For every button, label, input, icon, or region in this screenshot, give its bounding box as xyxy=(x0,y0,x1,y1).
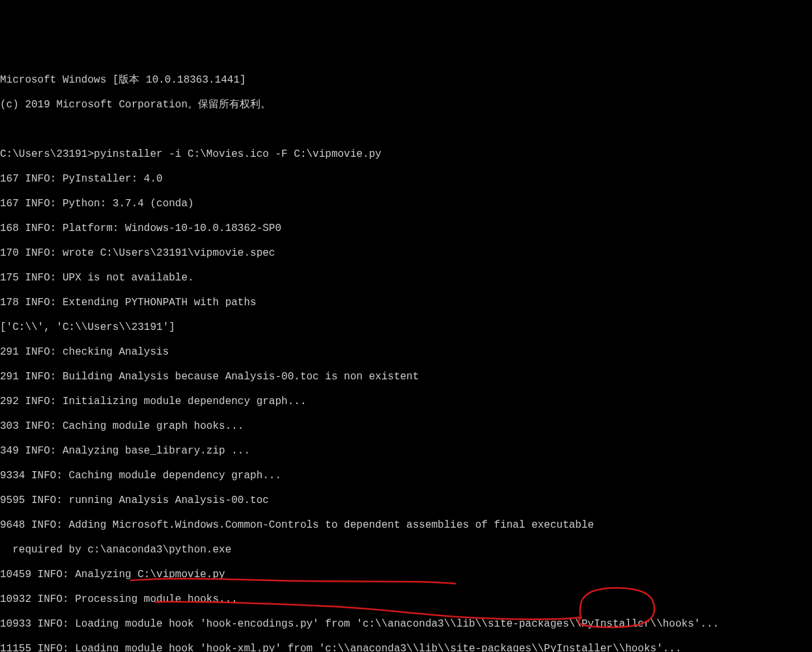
output-line: 167 INFO: Python: 3.7.4 (conda) xyxy=(0,198,812,210)
output-line: 9595 INFO: running Analysis Analysis-00.… xyxy=(0,495,812,507)
output-line: 9648 INFO: Adding Microsoft.Windows.Comm… xyxy=(0,519,812,532)
terminal-output[interactable]: Microsoft Windows [版本 10.0.18363.1441] (… xyxy=(0,62,812,652)
output-line: 175 INFO: UPX is not available. xyxy=(0,272,812,284)
blank-line xyxy=(0,124,812,136)
output-line: 9334 INFO: Caching module dependency gra… xyxy=(0,470,812,482)
output-line: 291 INFO: checking Analysis xyxy=(0,346,812,359)
output-line: 170 INFO: wrote C:\Users\23191\vipmovie.… xyxy=(0,247,812,260)
header-line-1: Microsoft Windows [版本 10.0.18363.1441] xyxy=(0,74,812,87)
output-line: 178 INFO: Extending PYTHONPATH with path… xyxy=(0,297,812,309)
output-line: 303 INFO: Caching module graph hooks... xyxy=(0,420,812,433)
output-line: required by c:\anaconda3\python.exe xyxy=(0,544,812,556)
output-line: 10459 INFO: Analyzing C:\vipmovie.py xyxy=(0,569,812,581)
output-line: 291 INFO: Building Analysis because Anal… xyxy=(0,371,812,383)
prompt-line: C:\Users\23191>pyinstaller -i C:\Movies.… xyxy=(0,148,812,161)
output-line: 10933 INFO: Loading module hook 'hook-en… xyxy=(0,618,812,631)
output-line: 11155 INFO: Loading module hook 'hook-xm… xyxy=(0,643,812,652)
output-line: ['C:\\', 'C:\\Users\\23191'] xyxy=(0,321,812,334)
output-line: 292 INFO: Initializing module dependency… xyxy=(0,396,812,408)
prompt-command: pyinstaller -i C:\Movies.ico -F C:\vipmo… xyxy=(94,148,382,160)
output-line: 10932 INFO: Processing module hooks... xyxy=(0,593,812,606)
output-line: 167 INFO: PyInstaller: 4.0 xyxy=(0,173,812,185)
prompt-path: C:\Users\23191> xyxy=(0,148,94,160)
header-line-2: (c) 2019 Microsoft Corporation。保留所有权利。 xyxy=(0,99,812,111)
output-line: 168 INFO: Platform: Windows-10-10.0.1836… xyxy=(0,223,812,235)
output-line: 349 INFO: Analyzing base_library.zip ... xyxy=(0,445,812,457)
